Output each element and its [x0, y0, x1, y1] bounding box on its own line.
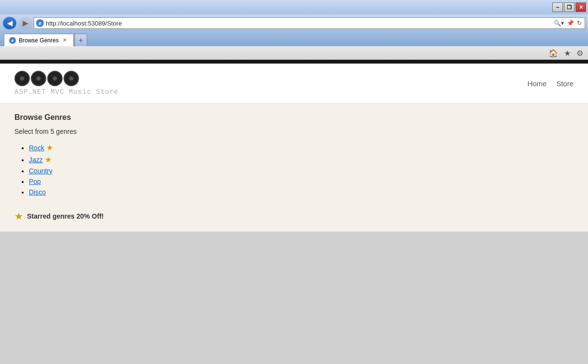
list-item: Country — [29, 167, 574, 175]
forward-button[interactable]: ▶ — [18, 17, 32, 29]
title-bar: − ❐ ✕ — [0, 0, 588, 14]
list-item: Pop — [29, 178, 574, 185]
browser-toolbar: 🏠 ★ ⚙ — [0, 46, 588, 60]
genre-link[interactable]: Pop — [29, 178, 41, 185]
disc-3 — [47, 71, 63, 86]
window-controls: − ❐ ✕ — [552, 2, 586, 12]
close-button[interactable]: ✕ — [575, 2, 586, 12]
tab-ie-icon: e — [9, 37, 16, 44]
genre-link[interactable]: Disco — [29, 188, 46, 196]
promo-star-icon: ★ — [14, 210, 23, 222]
nav-store-link[interactable]: Store — [556, 79, 574, 88]
list-item: Rock★ — [29, 143, 574, 152]
favorites-icon[interactable]: ★ — [564, 49, 571, 58]
nav-bar: ◀ ▶ e 🔍▾ 📌 ↻ — [0, 14, 588, 32]
genre-subtitle: Select from 5 genres — [14, 128, 574, 135]
restore-button[interactable]: ❐ — [564, 2, 575, 12]
nav-home-link[interactable]: Home — [527, 79, 547, 88]
logo-discs — [14, 71, 79, 86]
address-bar: e 🔍▾ 📌 ↻ — [34, 17, 585, 29]
tab-title: Browse Genres — [19, 37, 59, 44]
separator-bar — [0, 60, 588, 64]
genre-link[interactable]: Jazz — [29, 156, 43, 164]
list-item: Disco — [29, 188, 574, 196]
address-bar-actions: 🔍▾ 📌 ↻ — [553, 19, 583, 27]
back-button[interactable]: ◀ — [3, 17, 16, 29]
ie-icon: e — [36, 19, 44, 27]
list-item: Jazz★ — [29, 155, 574, 164]
site-tagline: ASP.NET MVC Music Store — [14, 88, 118, 96]
home-icon[interactable]: 🏠 — [549, 49, 558, 58]
active-tab[interactable]: e Browse Genres ✕ — [4, 34, 74, 46]
site-header: ASP.NET MVC Music Store Home Store — [0, 64, 588, 104]
settings-icon[interactable]: ⚙ — [576, 49, 583, 58]
search-button[interactable]: 🔍▾ — [553, 19, 565, 27]
page-title: Browse Genres — [14, 113, 574, 122]
tabs-bar: e Browse Genres ✕ + — [0, 32, 588, 46]
main-content: Browse Genres Select from 5 genres Rock★… — [0, 104, 588, 232]
minimize-button[interactable]: − — [552, 2, 563, 12]
new-tab-button[interactable]: + — [75, 34, 87, 46]
disc-2 — [31, 71, 46, 86]
tab-close-button[interactable]: ✕ — [62, 37, 68, 44]
genre-link[interactable]: Rock — [29, 144, 44, 152]
genre-link[interactable]: Country — [29, 167, 52, 175]
disc-1 — [14, 71, 30, 86]
starred-icon: ★ — [46, 143, 53, 152]
footer-area — [0, 232, 588, 364]
address-input[interactable] — [46, 20, 551, 27]
page-content: ASP.NET MVC Music Store Home Store Brows… — [0, 64, 588, 364]
pin-button[interactable]: 📌 — [566, 19, 575, 27]
genre-list: Rock★Jazz★CountryPopDisco — [14, 143, 574, 196]
disc-4 — [64, 71, 79, 86]
promo-section: ★ Starred genres 20% Off! — [14, 210, 574, 222]
logo-area: ASP.NET MVC Music Store — [14, 71, 118, 96]
site-nav: Home Store — [527, 79, 574, 88]
promo-text: Starred genres 20% Off! — [27, 212, 104, 220]
refresh-button[interactable]: ↻ — [576, 19, 583, 27]
starred-icon: ★ — [45, 155, 52, 164]
